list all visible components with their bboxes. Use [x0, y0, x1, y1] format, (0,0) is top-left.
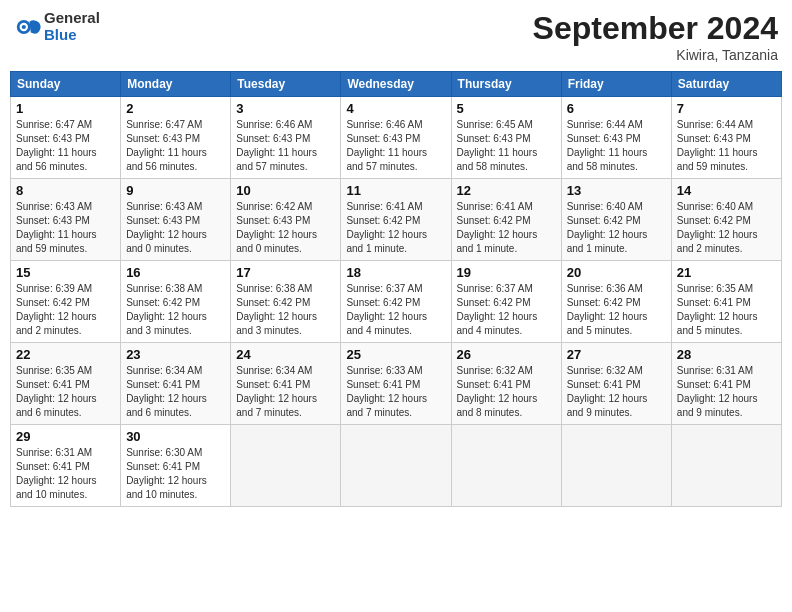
table-row: 22 Sunrise: 6:35 AMSunset: 6:41 PMDaylig…: [11, 343, 121, 425]
day-info: Sunrise: 6:41 AMSunset: 6:42 PMDaylight:…: [457, 200, 556, 256]
day-number: 18: [346, 265, 445, 280]
table-row: 23 Sunrise: 6:34 AMSunset: 6:41 PMDaylig…: [121, 343, 231, 425]
table-row: 26 Sunrise: 6:32 AMSunset: 6:41 PMDaylig…: [451, 343, 561, 425]
table-row: 24 Sunrise: 6:34 AMSunset: 6:41 PMDaylig…: [231, 343, 341, 425]
table-row: 14 Sunrise: 6:40 AMSunset: 6:42 PMDaylig…: [671, 179, 781, 261]
table-row: 28 Sunrise: 6:31 AMSunset: 6:41 PMDaylig…: [671, 343, 781, 425]
logo: General Blue: [14, 10, 100, 43]
day-number: 26: [457, 347, 556, 362]
calendar-table: Sunday Monday Tuesday Wednesday Thursday…: [10, 71, 782, 507]
day-info: Sunrise: 6:34 AMSunset: 6:41 PMDaylight:…: [236, 364, 335, 420]
day-number: 1: [16, 101, 115, 116]
table-row: 3 Sunrise: 6:46 AMSunset: 6:43 PMDayligh…: [231, 97, 341, 179]
table-row: 2 Sunrise: 6:47 AMSunset: 6:43 PMDayligh…: [121, 97, 231, 179]
day-number: 29: [16, 429, 115, 444]
day-number: 3: [236, 101, 335, 116]
calendar-week-row: 8 Sunrise: 6:43 AMSunset: 6:43 PMDayligh…: [11, 179, 782, 261]
day-info: Sunrise: 6:41 AMSunset: 6:42 PMDaylight:…: [346, 200, 445, 256]
col-monday: Monday: [121, 72, 231, 97]
day-info: Sunrise: 6:37 AMSunset: 6:42 PMDaylight:…: [346, 282, 445, 338]
location-title: Kiwira, Tanzania: [533, 47, 778, 63]
calendar-week-row: 29 Sunrise: 6:31 AMSunset: 6:41 PMDaylig…: [11, 425, 782, 507]
col-saturday: Saturday: [671, 72, 781, 97]
day-info: Sunrise: 6:35 AMSunset: 6:41 PMDaylight:…: [16, 364, 115, 420]
day-number: 5: [457, 101, 556, 116]
table-row: [341, 425, 451, 507]
table-row: 15 Sunrise: 6:39 AMSunset: 6:42 PMDaylig…: [11, 261, 121, 343]
day-info: Sunrise: 6:40 AMSunset: 6:42 PMDaylight:…: [677, 200, 776, 256]
day-info: Sunrise: 6:32 AMSunset: 6:41 PMDaylight:…: [567, 364, 666, 420]
day-info: Sunrise: 6:40 AMSunset: 6:42 PMDaylight:…: [567, 200, 666, 256]
day-number: 23: [126, 347, 225, 362]
calendar-week-row: 15 Sunrise: 6:39 AMSunset: 6:42 PMDaylig…: [11, 261, 782, 343]
day-number: 30: [126, 429, 225, 444]
day-number: 20: [567, 265, 666, 280]
table-row: 27 Sunrise: 6:32 AMSunset: 6:41 PMDaylig…: [561, 343, 671, 425]
day-number: 28: [677, 347, 776, 362]
day-info: Sunrise: 6:45 AMSunset: 6:43 PMDaylight:…: [457, 118, 556, 174]
calendar-week-row: 1 Sunrise: 6:47 AMSunset: 6:43 PMDayligh…: [11, 97, 782, 179]
col-tuesday: Tuesday: [231, 72, 341, 97]
table-row: 10 Sunrise: 6:42 AMSunset: 6:43 PMDaylig…: [231, 179, 341, 261]
day-info: Sunrise: 6:47 AMSunset: 6:43 PMDaylight:…: [16, 118, 115, 174]
table-row: 19 Sunrise: 6:37 AMSunset: 6:42 PMDaylig…: [451, 261, 561, 343]
col-friday: Friday: [561, 72, 671, 97]
logo-icon: [14, 13, 42, 41]
title-block: September 2024 Kiwira, Tanzania: [533, 10, 778, 63]
day-info: Sunrise: 6:38 AMSunset: 6:42 PMDaylight:…: [236, 282, 335, 338]
logo-blue-text: Blue: [44, 27, 100, 44]
table-row: 30 Sunrise: 6:30 AMSunset: 6:41 PMDaylig…: [121, 425, 231, 507]
day-number: 24: [236, 347, 335, 362]
day-info: Sunrise: 6:43 AMSunset: 6:43 PMDaylight:…: [126, 200, 225, 256]
col-thursday: Thursday: [451, 72, 561, 97]
month-title: September 2024: [533, 10, 778, 47]
day-info: Sunrise: 6:44 AMSunset: 6:43 PMDaylight:…: [677, 118, 776, 174]
day-number: 10: [236, 183, 335, 198]
day-number: 13: [567, 183, 666, 198]
table-row: 25 Sunrise: 6:33 AMSunset: 6:41 PMDaylig…: [341, 343, 451, 425]
table-row: 21 Sunrise: 6:35 AMSunset: 6:41 PMDaylig…: [671, 261, 781, 343]
day-info: Sunrise: 6:37 AMSunset: 6:42 PMDaylight:…: [457, 282, 556, 338]
day-number: 6: [567, 101, 666, 116]
page-header: General Blue September 2024 Kiwira, Tanz…: [10, 10, 782, 63]
day-info: Sunrise: 6:46 AMSunset: 6:43 PMDaylight:…: [236, 118, 335, 174]
table-row: 8 Sunrise: 6:43 AMSunset: 6:43 PMDayligh…: [11, 179, 121, 261]
calendar-header-row: Sunday Monday Tuesday Wednesday Thursday…: [11, 72, 782, 97]
table-row: 4 Sunrise: 6:46 AMSunset: 6:43 PMDayligh…: [341, 97, 451, 179]
table-row: [671, 425, 781, 507]
table-row: [231, 425, 341, 507]
table-row: 11 Sunrise: 6:41 AMSunset: 6:42 PMDaylig…: [341, 179, 451, 261]
day-number: 25: [346, 347, 445, 362]
svg-point-2: [22, 24, 26, 28]
day-number: 9: [126, 183, 225, 198]
table-row: 20 Sunrise: 6:36 AMSunset: 6:42 PMDaylig…: [561, 261, 671, 343]
day-info: Sunrise: 6:32 AMSunset: 6:41 PMDaylight:…: [457, 364, 556, 420]
table-row: 6 Sunrise: 6:44 AMSunset: 6:43 PMDayligh…: [561, 97, 671, 179]
day-info: Sunrise: 6:31 AMSunset: 6:41 PMDaylight:…: [16, 446, 115, 502]
table-row: 12 Sunrise: 6:41 AMSunset: 6:42 PMDaylig…: [451, 179, 561, 261]
col-wednesday: Wednesday: [341, 72, 451, 97]
day-number: 27: [567, 347, 666, 362]
day-info: Sunrise: 6:39 AMSunset: 6:42 PMDaylight:…: [16, 282, 115, 338]
day-info: Sunrise: 6:43 AMSunset: 6:43 PMDaylight:…: [16, 200, 115, 256]
day-number: 7: [677, 101, 776, 116]
day-info: Sunrise: 6:35 AMSunset: 6:41 PMDaylight:…: [677, 282, 776, 338]
day-number: 21: [677, 265, 776, 280]
table-row: 16 Sunrise: 6:38 AMSunset: 6:42 PMDaylig…: [121, 261, 231, 343]
day-number: 22: [16, 347, 115, 362]
day-number: 4: [346, 101, 445, 116]
day-number: 2: [126, 101, 225, 116]
day-number: 14: [677, 183, 776, 198]
day-info: Sunrise: 6:30 AMSunset: 6:41 PMDaylight:…: [126, 446, 225, 502]
day-number: 16: [126, 265, 225, 280]
table-row: 29 Sunrise: 6:31 AMSunset: 6:41 PMDaylig…: [11, 425, 121, 507]
logo-general-text: General: [44, 10, 100, 27]
table-row: 17 Sunrise: 6:38 AMSunset: 6:42 PMDaylig…: [231, 261, 341, 343]
day-number: 12: [457, 183, 556, 198]
day-info: Sunrise: 6:34 AMSunset: 6:41 PMDaylight:…: [126, 364, 225, 420]
day-number: 17: [236, 265, 335, 280]
col-sunday: Sunday: [11, 72, 121, 97]
day-info: Sunrise: 6:36 AMSunset: 6:42 PMDaylight:…: [567, 282, 666, 338]
day-info: Sunrise: 6:42 AMSunset: 6:43 PMDaylight:…: [236, 200, 335, 256]
table-row: 1 Sunrise: 6:47 AMSunset: 6:43 PMDayligh…: [11, 97, 121, 179]
